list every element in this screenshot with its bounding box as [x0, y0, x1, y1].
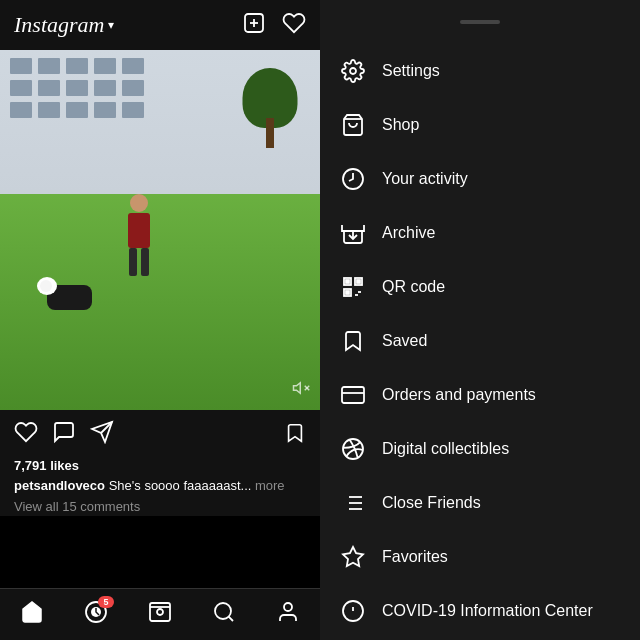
add-post-icon[interactable]	[242, 11, 266, 40]
orders-label: Orders and payments	[382, 386, 536, 404]
view-comments[interactable]: View all 15 comments	[0, 497, 320, 516]
close-friends-label: Close Friends	[382, 494, 481, 512]
search-nav-icon[interactable]	[212, 600, 236, 630]
svg-marker-42	[343, 547, 363, 566]
your-activity-icon	[340, 166, 366, 192]
svg-point-13	[215, 603, 231, 619]
post-actions-left	[14, 420, 114, 450]
left-panel: Instagram ▾	[0, 0, 320, 640]
covid-label: COVID-19 Information Center	[382, 602, 593, 620]
dropdown-menu: Settings Shop Your activity Archive QR c…	[320, 0, 640, 640]
app-header: Instagram ▾	[0, 0, 320, 50]
post-image	[0, 50, 320, 410]
caption-more[interactable]: more	[255, 478, 285, 493]
svg-point-15	[284, 603, 292, 611]
home-nav-icon[interactable]	[20, 600, 44, 630]
archive-icon	[340, 220, 366, 246]
menu-item-favorites[interactable]: Favorites	[320, 530, 640, 584]
menu-item-saved[interactable]: Saved	[320, 314, 640, 368]
settings-icon	[340, 58, 366, 84]
instagram-logo[interactable]: Instagram ▾	[14, 12, 114, 38]
svg-line-14	[229, 616, 233, 620]
menu-item-collectibles[interactable]: Digital collectibles	[320, 422, 640, 476]
menu-item-your-activity[interactable]: Your activity	[320, 152, 640, 206]
heart-icon[interactable]	[282, 11, 306, 40]
post-caption: petsandloveco She's soooo faaaaaast... m…	[0, 475, 320, 497]
close-friends-icon	[340, 490, 366, 516]
menu-item-close-friends[interactable]: Close Friends	[320, 476, 640, 530]
reels-nav-icon[interactable]	[148, 600, 172, 630]
activity-nav-icon[interactable]: 5	[84, 600, 108, 630]
header-icons	[242, 11, 306, 40]
saved-label: Saved	[382, 332, 427, 350]
svg-rect-24	[357, 280, 360, 283]
settings-label: Settings	[382, 62, 440, 80]
archive-label: Archive	[382, 224, 435, 242]
svg-marker-3	[294, 383, 301, 394]
activity-badge: 5	[98, 596, 114, 608]
drag-handle[interactable]	[460, 20, 500, 24]
collectibles-icon	[340, 436, 366, 462]
svg-rect-10	[150, 603, 170, 621]
caption-text: She's soooo faaaaaast...	[109, 478, 252, 493]
person	[122, 194, 157, 284]
tree	[240, 68, 300, 148]
shop-icon	[340, 112, 366, 138]
favorites-label: Favorites	[382, 548, 448, 566]
favorites-icon	[340, 544, 366, 570]
bottom-nav: 5	[0, 588, 320, 640]
caption-username[interactable]: petsandloveco	[14, 478, 105, 493]
svg-rect-23	[346, 280, 349, 283]
menu-item-covid[interactable]: COVID-19 Information Center	[320, 584, 640, 638]
svg-rect-33	[342, 387, 364, 403]
svg-rect-25	[346, 291, 349, 294]
bookmark-button[interactable]	[284, 422, 306, 449]
menu-item-orders[interactable]: Orders and payments	[320, 368, 640, 422]
share-button[interactable]	[90, 420, 114, 450]
chevron-down-icon: ▾	[108, 18, 114, 33]
profile-nav-icon[interactable]	[276, 600, 300, 630]
dog	[32, 275, 102, 320]
like-button[interactable]	[14, 420, 38, 450]
audio-icon[interactable]	[292, 379, 310, 400]
post-actions	[0, 410, 320, 456]
covid-icon	[340, 598, 366, 624]
qr-code-icon	[340, 274, 366, 300]
logo-text: Instagram	[14, 12, 104, 38]
your-activity-label: Your activity	[382, 170, 468, 188]
orders-icon	[340, 382, 366, 408]
svg-point-16	[350, 68, 356, 74]
saved-icon	[340, 328, 366, 354]
svg-point-11	[157, 609, 163, 615]
qr-code-label: QR code	[382, 278, 445, 296]
menu-item-shop[interactable]: Shop	[320, 98, 640, 152]
collectibles-label: Digital collectibles	[382, 440, 509, 458]
shop-label: Shop	[382, 116, 419, 134]
menu-item-archive[interactable]: Archive	[320, 206, 640, 260]
menu-item-settings[interactable]: Settings	[320, 44, 640, 98]
likes-count: 7,791 likes	[0, 456, 320, 475]
windows	[10, 58, 144, 118]
menu-item-qr-code[interactable]: QR code	[320, 260, 640, 314]
comment-button[interactable]	[52, 420, 76, 450]
